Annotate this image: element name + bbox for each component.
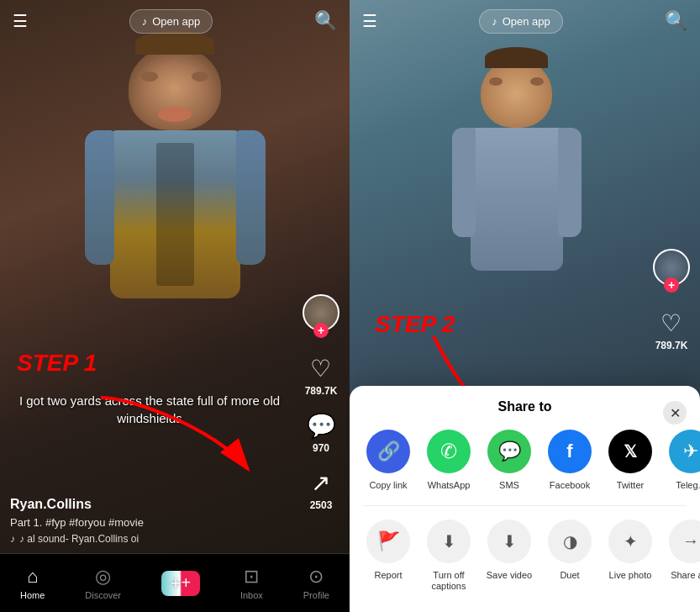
copy-link-label: Copy link — [369, 480, 407, 491]
facebook-label: Facebook — [550, 480, 590, 491]
sound-info-left: ♪ ♪ al sound- Ryan.Collins oi — [10, 533, 291, 545]
share-copylink[interactable]: 🔗 Copy link — [358, 426, 418, 494]
username-left[interactable]: Ryan.Collins — [10, 497, 291, 512]
like-count-left: 789.7K — [305, 385, 338, 397]
sound-text-left: ♪ al sound- Ryan.Collins oi — [19, 533, 139, 545]
tiktok-logo-left: ♪ — [142, 15, 148, 28]
nav-profile-label-left: Profile — [303, 590, 329, 600]
close-icon: ✕ — [670, 405, 681, 421]
sms-icon: 💬 — [487, 430, 531, 473]
nav-discover-label-left: Discover — [85, 590, 121, 600]
share-close-button[interactable]: ✕ — [663, 401, 687, 425]
captions-icon: ⬇ — [427, 520, 471, 563]
nav-home-left[interactable]: ⌂ Home — [20, 566, 45, 600]
telegram-label: Teleg... — [676, 480, 700, 491]
open-app-label-right: Open app — [503, 15, 550, 28]
hamburger-icon-left[interactable]: ☰ — [13, 11, 28, 31]
report-label: Report — [374, 570, 402, 581]
discover-icon-left: ◎ — [95, 566, 111, 588]
step1-arrow — [67, 381, 261, 490]
share-apps-row: 🔗 Copy link ✆ WhatsApp 💬 SMS — [350, 426, 700, 494]
bottom-nav-left: ⌂ Home ◎ Discover + ⊡ Inbox ⊙ Profile — [0, 553, 350, 612]
right-video-panel: ☰ ♪ Open app 🔍 + ♡ 789.7K STEP 2 Share — [350, 0, 700, 612]
share-more-icon: → — [669, 520, 700, 563]
nav-profile-left[interactable]: ⊙ Profile — [303, 566, 329, 600]
share-more-label: Share a... — [671, 570, 700, 581]
share-action-left[interactable]: ↗ 2503 — [310, 469, 333, 511]
caption-left: Part 1. #fyp #foryou #movie — [10, 516, 291, 529]
share-title: Share to — [497, 399, 551, 414]
share-more[interactable]: → Share a... — [661, 516, 700, 584]
share-telegram[interactable]: ✈ Teleg... — [661, 426, 700, 494]
step1-label: STEP 1 — [17, 350, 97, 377]
share-divider — [363, 505, 687, 506]
telegram-icon: ✈ — [669, 430, 700, 473]
captions-label: Turn off captions — [422, 570, 476, 592]
whatsapp-icon: ✆ — [427, 430, 471, 473]
top-bar-right: ☰ ♪ Open app 🔍 — [350, 0, 700, 42]
twitter-icon: 𝕏 — [608, 430, 652, 473]
share-facebook[interactable]: f Facebook — [539, 426, 600, 494]
home-icon-left: ⌂ — [27, 566, 38, 588]
comment-icon-left: 💬 — [307, 412, 336, 440]
savevideo-label: Save video — [487, 570, 532, 581]
share-twitter[interactable]: 𝕏 Twitter — [600, 426, 661, 494]
share-actions-row: 🚩 Report ⬇ Turn off captions ⬇ Save vide… — [350, 516, 700, 595]
search-icon-left[interactable]: 🔍 — [314, 10, 337, 32]
like-count-right: 789.7K — [655, 340, 688, 351]
nav-home-label-left: Home — [20, 590, 45, 600]
share-livephoto[interactable]: ✦ Live photo — [600, 516, 661, 584]
livephoto-label: Live photo — [609, 570, 652, 581]
hamburger-icon-right[interactable]: ☰ — [362, 11, 377, 31]
copy-link-icon: 🔗 — [366, 430, 410, 473]
share-captions[interactable]: ⬇ Turn off captions — [418, 516, 479, 595]
comment-action-left[interactable]: 💬 970 — [307, 412, 336, 454]
share-count-left: 2503 — [310, 499, 333, 511]
top-bar-left: ☰ ♪ Open app 🔍 — [0, 0, 350, 42]
share-report[interactable]: 🚩 Report — [358, 516, 418, 584]
share-sheet-header: Share to ✕ — [350, 399, 700, 426]
avatar-action-right[interactable]: + — [653, 249, 690, 286]
duet-label: Duet — [560, 570, 579, 581]
twitter-label: Twitter — [617, 480, 644, 491]
inbox-icon-left: ⊡ — [244, 566, 259, 588]
video-info-left: Ryan.Collins Part 1. #fyp #foryou #movie… — [10, 497, 291, 545]
nav-inbox-label-left: Inbox — [240, 590, 263, 600]
share-icon-left: ↗ — [311, 469, 330, 497]
heart-icon-right: ♡ — [661, 309, 682, 337]
whatsapp-label: WhatsApp — [428, 480, 471, 491]
share-sheet: Share to ✕ 🔗 Copy link ✆ WhatsApp — [350, 386, 700, 612]
livephoto-icon: ✦ — [608, 520, 652, 563]
heart-icon-left: ♡ — [310, 355, 331, 382]
share-sms[interactable]: 💬 SMS — [479, 426, 539, 494]
share-duet[interactable]: ◑ Duet — [539, 516, 600, 584]
side-actions-right: + ♡ 789.7K — [653, 249, 690, 351]
open-app-button-left[interactable]: ♪ Open app — [129, 9, 213, 34]
like-action-left[interactable]: ♡ 789.7K — [305, 355, 338, 397]
share-savevideo[interactable]: ⬇ Save video — [479, 516, 539, 584]
sms-label: SMS — [499, 480, 519, 491]
duet-icon: ◑ — [548, 520, 592, 563]
savevideo-icon: ⬇ — [487, 520, 531, 563]
nav-discover-left[interactable]: ◎ Discover — [85, 566, 121, 600]
add-button-left[interactable]: + — [161, 571, 200, 596]
music-note-left: ♪ — [10, 533, 15, 545]
open-app-label-left: Open app — [152, 15, 200, 28]
side-actions-left: + ♡ 789.7K 💬 970 ↗ 2503 — [303, 294, 339, 511]
search-icon-right[interactable]: 🔍 — [665, 10, 687, 32]
follow-plus-right: + — [664, 277, 679, 293]
profile-icon-left: ⊙ — [308, 566, 324, 588]
comment-count-left: 970 — [313, 442, 329, 454]
report-icon: 🚩 — [366, 520, 410, 563]
avatar-action-left[interactable]: + — [303, 294, 339, 331]
share-whatsapp[interactable]: ✆ WhatsApp — [418, 426, 479, 494]
add-icon-left: + — [182, 573, 192, 593]
like-action-right[interactable]: ♡ 789.7K — [655, 309, 688, 351]
open-app-button-right[interactable]: ♪ Open app — [479, 9, 563, 34]
left-video-panel: ☰ ♪ Open app 🔍 I got two yards across th… — [0, 0, 350, 612]
tiktok-logo-right: ♪ — [492, 15, 497, 28]
follow-plus-left: + — [313, 323, 329, 338]
nav-add-left[interactable]: + — [161, 571, 200, 596]
facebook-icon: f — [548, 430, 592, 473]
nav-inbox-left[interactable]: ⊡ Inbox — [240, 566, 263, 600]
